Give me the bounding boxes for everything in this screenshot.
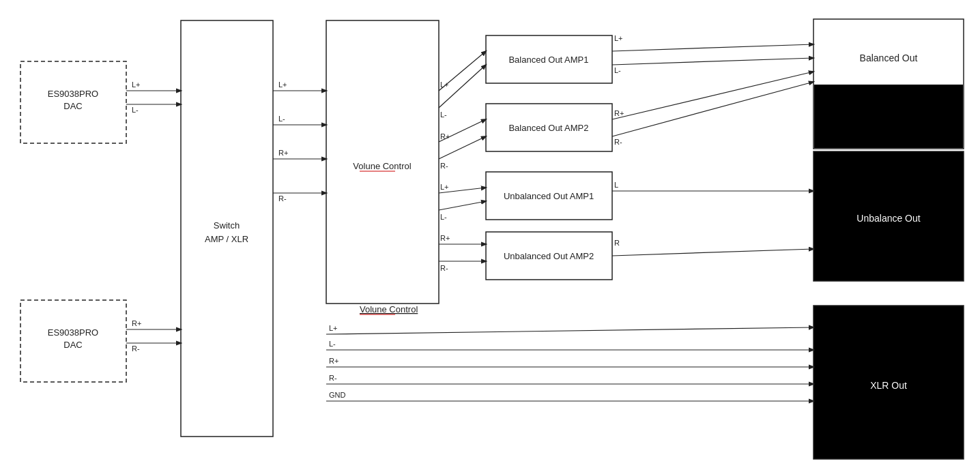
unbal-amp1-label: Unbalanced Out AMP1 — [504, 191, 594, 201]
xlr-rp-label: R+ — [329, 357, 338, 365]
switch-label: Switch — [214, 220, 240, 231]
signal-chain-diagram: ES9038PRO DAC ES9038PRO DAC Switch AMP /… — [0, 0, 980, 472]
out-unbal-r-label: R — [614, 239, 620, 247]
dac1-lm-label: L- — [132, 106, 139, 114]
out-bal-lm-label: L- — [614, 66, 621, 74]
svg-rect-12 — [814, 85, 963, 148]
unbal1-lp-label: L+ — [440, 183, 449, 191]
dac1-lp-label: L+ — [132, 80, 141, 89]
xlr-lp-label: L+ — [329, 324, 338, 332]
dac2-rp-label: R+ — [132, 319, 141, 327]
vol-rp-label: R+ — [278, 149, 288, 157]
xlr-rm-label: R- — [329, 374, 337, 382]
out-unbal-l-label: L — [614, 181, 618, 189]
unbal2-rp-label: R+ — [440, 234, 450, 242]
bal1-lp-label: L+ — [440, 80, 449, 89]
balanced-out-label: Balanced Out — [860, 53, 918, 63]
dac1-label: ES9038PRO — [48, 89, 98, 99]
xlr-lm-label: L- — [329, 340, 336, 348]
unbalance-out-label: Unbalance Out — [856, 213, 921, 224]
vol-control-label: Volune Control — [353, 161, 411, 171]
xlr-gnd-label: GND — [329, 391, 346, 399]
svg-line-32 — [439, 201, 486, 210]
bal2-rp-label: R+ — [440, 132, 450, 141]
dac2-label: ES9038PRO — [48, 327, 98, 338]
out-bal-rp-label: R+ — [614, 109, 624, 117]
bal-amp2-label: Balanced Out AMP2 — [508, 123, 588, 133]
svg-line-35 — [612, 44, 813, 51]
bal-amp1-label: Balanced Out AMP1 — [508, 55, 588, 65]
unbal1-lm-label: L- — [440, 213, 447, 221]
bal2-rm-label: R- — [440, 162, 448, 170]
svg-line-41 — [326, 327, 813, 334]
unbal-amp2-label: Unbalanced Out AMP2 — [504, 251, 594, 261]
vol-lm-label: L- — [278, 115, 285, 123]
bal1-lm-label: L- — [440, 110, 447, 119]
out-bal-lp-label: L+ — [614, 34, 623, 42]
out-bal-rm-label: R- — [614, 138, 622, 146]
dac2-label2: DAC — [63, 340, 82, 350]
dac1-label2: DAC — [63, 101, 82, 111]
svg-line-36 — [612, 58, 813, 65]
dac2-rm-label: R- — [132, 344, 140, 353]
vol-rm-label: R- — [278, 194, 287, 203]
vol-lp-label: L+ — [278, 80, 287, 89]
svg-line-38 — [612, 82, 813, 136]
svg-line-37 — [612, 72, 813, 119]
vol-control-bottom-label: Volune Control — [360, 304, 418, 314]
svg-line-40 — [612, 249, 813, 256]
unbal2-rm-label: R- — [440, 264, 448, 272]
xlr-out-label: XLR Out — [870, 380, 907, 391]
switch-label2: AMP / XLR — [205, 234, 248, 244]
